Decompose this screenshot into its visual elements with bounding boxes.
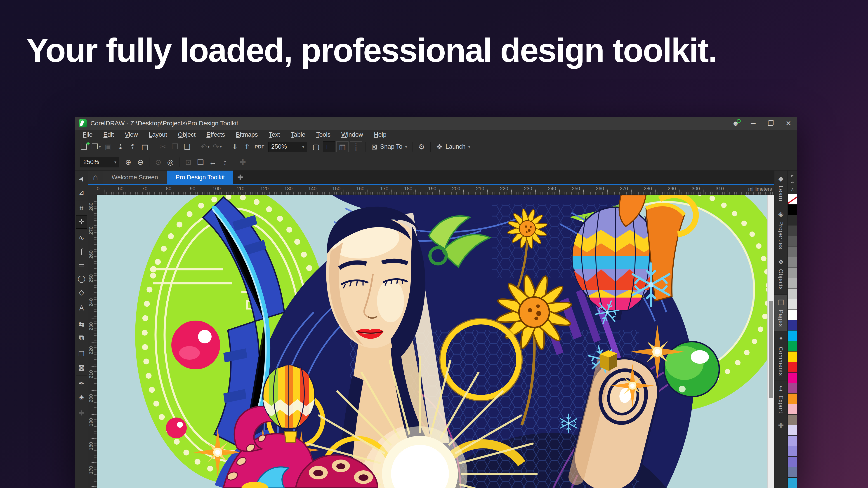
add-tool-button[interactable]: ✚ — [76, 405, 87, 420]
account-button[interactable]: ☻ — [727, 117, 744, 130]
color-eyedropper-tool[interactable]: ✒ — [76, 375, 87, 390]
restore-button[interactable]: ❐ — [762, 117, 780, 130]
show-rulers-button[interactable]: ∟ — [323, 141, 335, 152]
cloud-upload-button[interactable]: ⇡ — [127, 141, 139, 152]
pan-tool[interactable]: ✛ — [76, 215, 87, 229]
color-swatch[interactable] — [788, 435, 797, 446]
color-swatch[interactable] — [788, 467, 797, 477]
redo-button[interactable]: ↷▾ — [211, 141, 223, 152]
color-swatch[interactable] — [788, 225, 797, 236]
color-swatch[interactable] — [788, 352, 797, 362]
options-button[interactable]: ⚙ — [415, 141, 428, 152]
show-guidelines-button[interactable]: ┊ — [350, 141, 362, 152]
menu-item[interactable]: Text — [264, 130, 285, 140]
dimension-tool[interactable]: ↹ — [76, 316, 87, 331]
new-tab-button[interactable]: ✚ — [234, 170, 247, 184]
menu-item[interactable]: Tools — [311, 130, 336, 140]
close-button[interactable]: ✕ — [780, 117, 797, 130]
menu-item[interactable]: Window — [336, 130, 368, 140]
print-button[interactable]: ▤ — [139, 141, 151, 152]
color-swatch[interactable] — [788, 194, 797, 204]
docker-tab-pages[interactable]: ❐Pages — [774, 295, 787, 332]
palette-flyout-button[interactable]: ▸ — [791, 173, 794, 178]
undo-button[interactable]: ↶▾ — [199, 141, 211, 152]
cut-button[interactable]: ✂ — [157, 141, 169, 152]
menu-item[interactable]: Help — [368, 130, 392, 140]
copy-button[interactable]: ❐ — [169, 141, 181, 152]
interactive-fill-tool[interactable]: ◈ — [76, 390, 87, 404]
snap-to-button[interactable]: ⊠ Snap To ▾ — [368, 141, 410, 152]
color-swatch[interactable] — [788, 415, 797, 425]
welcome-home-tab[interactable]: ⌂ — [88, 170, 103, 184]
color-swatch[interactable] — [788, 278, 797, 289]
menu-item[interactable]: Table — [285, 130, 311, 140]
color-swatch[interactable] — [788, 341, 797, 352]
polygon-tool[interactable]: ◇ — [76, 285, 87, 299]
drop-shadow-tool[interactable]: ❐ — [76, 346, 87, 361]
crop-tool[interactable]: ⌗ — [76, 200, 87, 215]
shape-tool[interactable]: ⊿ — [76, 186, 87, 199]
color-swatch[interactable] — [788, 446, 797, 456]
color-swatch[interactable] — [788, 236, 797, 247]
color-swatch[interactable] — [788, 257, 797, 267]
docker-tab-export[interactable]: ↥Export — [774, 381, 787, 418]
artistic-media-tool[interactable]: ∫ — [76, 245, 87, 258]
color-swatch[interactable] — [788, 394, 797, 404]
color-swatch[interactable] — [788, 267, 797, 278]
zoom-to-height-button[interactable]: ↕ — [219, 157, 231, 168]
save-button[interactable]: ▣ — [102, 141, 114, 152]
text-tool[interactable]: A — [76, 300, 87, 315]
zoom-to-width-button[interactable]: ↔ — [207, 157, 219, 168]
color-swatch[interactable] — [788, 330, 797, 341]
export-button[interactable]: ⇧ — [241, 141, 253, 152]
add-toolbar-item-button[interactable]: ✚ — [237, 157, 249, 168]
menu-item[interactable]: File — [77, 130, 98, 140]
zoom-level-dropdown[interactable]: 250% ▾ — [268, 142, 307, 152]
full-page-preview-button[interactable]: ▢ — [310, 141, 322, 152]
freehand-tool[interactable]: ∿ — [76, 230, 87, 245]
zoom-to-all-objects-button[interactable]: ◎ — [164, 157, 177, 168]
docker-tab-properties[interactable]: ◈Properties — [774, 206, 787, 254]
color-swatch[interactable] — [788, 204, 797, 215]
zoom-out-button[interactable]: ⊖ — [134, 157, 147, 168]
menu-item[interactable]: Object — [173, 130, 201, 140]
color-swatch[interactable] — [788, 215, 797, 225]
color-swatch[interactable] — [788, 320, 797, 330]
menu-item[interactable]: Edit — [98, 130, 120, 140]
zoom-in-button[interactable]: ⊕ — [122, 157, 134, 168]
color-swatch[interactable] — [788, 457, 797, 467]
document-tab[interactable]: Welcome Screen — [103, 170, 166, 184]
scrollbar-thumb[interactable] — [769, 301, 773, 398]
docker-tab-learn[interactable]: ◆Learn — [774, 170, 787, 206]
zoom-to-selection-button[interactable]: ⊙ — [152, 157, 164, 168]
paste-button[interactable]: ❑ — [181, 141, 193, 152]
ellipse-tool[interactable]: ◯ — [76, 272, 87, 285]
add-docker-button[interactable]: ✚ — [778, 421, 784, 429]
pick-tool[interactable]: ➤ — [76, 172, 87, 186]
color-swatch[interactable] — [788, 310, 797, 320]
menu-item[interactable]: Effects — [201, 130, 230, 140]
show-grid-button[interactable]: ▦ — [336, 141, 348, 152]
menu-item[interactable]: View — [119, 130, 143, 140]
palette-scroll-up-button[interactable]: ∧ — [791, 187, 794, 192]
zoom-to-page-fit-button[interactable]: ❏ — [194, 157, 207, 168]
transparency-tool[interactable]: ▩ — [76, 361, 87, 374]
cloud-download-button[interactable]: ⇣ — [114, 141, 127, 152]
color-swatch[interactable] — [788, 425, 797, 435]
zoom-to-page-button[interactable]: ⊡ — [182, 157, 194, 168]
color-swatch[interactable] — [788, 372, 797, 383]
menu-item[interactable]: Bitmaps — [230, 130, 264, 140]
color-swatch[interactable] — [788, 289, 797, 299]
color-swatch[interactable] — [788, 299, 797, 310]
zoom-levels-dropdown[interactable]: 250% ▾ — [81, 157, 119, 167]
menu-item[interactable]: Layout — [143, 130, 173, 140]
rectangle-tool[interactable]: ▭ — [76, 258, 87, 272]
drawing-canvas[interactable] — [97, 195, 767, 488]
docker-tab-objects[interactable]: ❖Objects — [774, 254, 787, 295]
palette-eyedropper-button[interactable]: ✒ — [790, 180, 794, 185]
docker-tab-comments[interactable]: ❝Comments — [774, 332, 787, 381]
publish-pdf-button[interactable]: PDF — [253, 141, 266, 152]
document-tab[interactable]: Pro Design Toolkit — [167, 170, 233, 184]
minimize-button[interactable]: ─ — [744, 117, 762, 130]
new-document-button[interactable]: ❏✚ — [78, 141, 90, 152]
